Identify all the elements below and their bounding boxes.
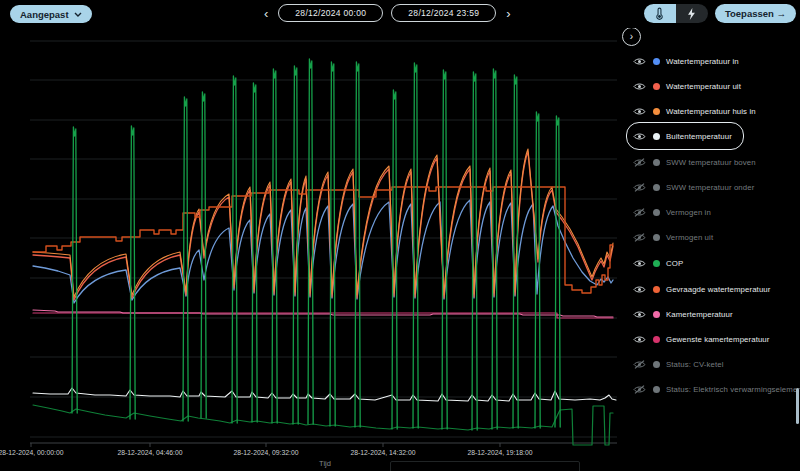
legend-item-watertemperatuur-uit[interactable]: Watertemperatuur uit bbox=[626, 72, 753, 100]
legend-item-gevraagde-watertemperatuur[interactable]: Gevraagde watertemperatuur bbox=[626, 275, 782, 303]
legend-item-status-cv-ketel[interactable]: Status: CV-ketel bbox=[626, 350, 736, 378]
x-axis-title: Tijd bbox=[319, 459, 331, 468]
legend-item-vermogen-in[interactable]: Vermogen in bbox=[626, 198, 723, 226]
series-line-watertemperatuur-huis-in bbox=[33, 149, 613, 297]
date-to-input[interactable]: 28/12/2024 23:59 bbox=[391, 4, 496, 22]
legend-collapse-button[interactable]: › bbox=[622, 27, 641, 46]
series-color-dot bbox=[653, 209, 660, 216]
series-color-dot bbox=[653, 58, 660, 65]
series-color-dot bbox=[653, 184, 660, 191]
series-line-buitentemperatuur bbox=[33, 388, 616, 401]
next-period-button[interactable]: › bbox=[504, 7, 512, 20]
previous-period-button[interactable]: ‹ bbox=[262, 7, 270, 20]
x-tick-label: 28-12-2024, 04:46:00 bbox=[117, 449, 182, 456]
x-tick-label: 28-12-2024, 14:32:00 bbox=[350, 449, 415, 456]
legend-item-sww-temperatuur-boven[interactable]: SWW temperatuur boven bbox=[626, 148, 768, 176]
series-line-watertemperatuur-in bbox=[33, 200, 613, 303]
series-label: Watertemperatuur huis in bbox=[666, 107, 756, 116]
legend-item-gewenste-kamertemperatuur[interactable]: Gewenste kamertemperatuur bbox=[626, 325, 781, 353]
legend-item-vermogen-uit[interactable]: Vermogen uit bbox=[626, 223, 725, 251]
chart-area[interactable]: 28-12-2024, 00:00:0028-12-2024, 04:46:00… bbox=[0, 0, 620, 471]
date-range-controls: ‹ 28/12/2024 00:00 28/12/2024 23:59 › bbox=[262, 4, 513, 22]
series-color-dot bbox=[653, 260, 660, 267]
date-from-input[interactable]: 28/12/2024 00:00 bbox=[278, 4, 383, 22]
legend-item-status-elektrisch-verwarmingselement[interactable]: Status: Elektrisch verwarmingselement bbox=[626, 375, 800, 403]
legend-item-sww-temperatuur-onder[interactable]: SWW temperatuur onder bbox=[626, 173, 766, 201]
eye-off-icon bbox=[633, 158, 646, 167]
series-color-dot bbox=[653, 234, 660, 241]
series-color-dot bbox=[653, 386, 660, 393]
series-label: SWW temperatuur onder bbox=[666, 183, 754, 192]
series-color-dot bbox=[653, 108, 660, 115]
eye-icon bbox=[633, 310, 646, 319]
series-line-gevraagde-watertemperatuur bbox=[33, 187, 613, 293]
series-color-dot bbox=[653, 286, 660, 293]
legend-item-watertemperatuur-in[interactable]: Watertemperatuur in bbox=[626, 47, 751, 75]
series-color-dot bbox=[653, 336, 660, 343]
legend-item-watertemperatuur-huis-in[interactable]: Watertemperatuur huis in bbox=[626, 97, 768, 125]
series-label: Status: Elektrisch verwarmingselement bbox=[666, 385, 800, 394]
series-color-dot bbox=[653, 311, 660, 318]
eye-icon bbox=[633, 82, 646, 91]
lightning-bolt-icon bbox=[687, 8, 696, 20]
series-label: Buitentemperatuur bbox=[666, 132, 732, 141]
series-label: Vermogen uit bbox=[666, 233, 713, 242]
series-label: Kamertemperatuur bbox=[666, 310, 733, 319]
energy-mode-button[interactable] bbox=[676, 4, 708, 23]
chart-canvas: 28-12-2024, 00:00:0028-12-2024, 04:46:00… bbox=[0, 0, 620, 471]
series-legend: › Watertemperatuur inWatertemperatuur ui… bbox=[618, 0, 800, 471]
eye-icon bbox=[633, 57, 646, 66]
temperature-mode-button[interactable] bbox=[644, 4, 676, 23]
eye-off-icon bbox=[633, 183, 646, 192]
chevron-down-icon bbox=[74, 12, 82, 17]
series-color-dot bbox=[653, 83, 660, 90]
series-label: SWW temperatuur boven bbox=[666, 158, 756, 167]
series-label: Gevraagde watertemperatuur bbox=[666, 285, 770, 294]
x-tick-label: 28-12-2024, 19:18:00 bbox=[467, 449, 532, 456]
eye-off-icon bbox=[633, 360, 646, 369]
series-label: Watertemperatuur in bbox=[666, 57, 739, 66]
apply-button[interactable]: Toepassen → bbox=[715, 4, 796, 23]
eye-off-icon bbox=[633, 385, 646, 394]
eye-off-icon bbox=[633, 208, 646, 217]
eye-icon bbox=[633, 335, 646, 344]
legend-item-cop[interactable]: COP bbox=[626, 249, 695, 277]
series-label: COP bbox=[666, 259, 683, 268]
series-label: Status: CV-ketel bbox=[666, 360, 724, 369]
series-line-cop-baseline bbox=[33, 405, 613, 445]
toolbar-right-group: Toepassen → bbox=[644, 4, 796, 23]
series-color-dot bbox=[653, 361, 660, 368]
series-label: Watertemperatuur uit bbox=[666, 82, 741, 91]
thermometer-icon bbox=[655, 7, 664, 20]
series-label: Vermogen in bbox=[666, 208, 711, 217]
eye-off-icon bbox=[633, 233, 646, 242]
eye-icon bbox=[633, 285, 646, 294]
legend-scrollbar-thumb[interactable] bbox=[796, 388, 799, 424]
eye-icon bbox=[633, 259, 646, 268]
legend-item-buitentemperatuur[interactable]: Buitentemperatuur bbox=[626, 122, 744, 150]
series-color-dot bbox=[653, 133, 660, 140]
range-preset-label: Aangepast bbox=[20, 9, 69, 20]
bottom-selector-box bbox=[390, 461, 580, 471]
x-tick-label: 28-12-2024, 09:32:00 bbox=[233, 449, 298, 456]
top-toolbar: Aangepast ‹ 28/12/2024 00:00 28/12/2024 … bbox=[0, 0, 800, 28]
series-color-dot bbox=[653, 159, 660, 166]
eye-icon bbox=[633, 107, 646, 116]
series-label: Gewenste kamertemperatuur bbox=[666, 335, 769, 344]
unit-toggle bbox=[644, 4, 708, 23]
x-tick-label: 28-12-2024, 00:00:00 bbox=[0, 449, 64, 456]
eye-icon bbox=[633, 132, 646, 141]
range-preset-dropdown[interactable]: Aangepast bbox=[10, 5, 92, 23]
legend-item-kamertemperatuur[interactable]: Kamertemperatuur bbox=[626, 300, 745, 328]
